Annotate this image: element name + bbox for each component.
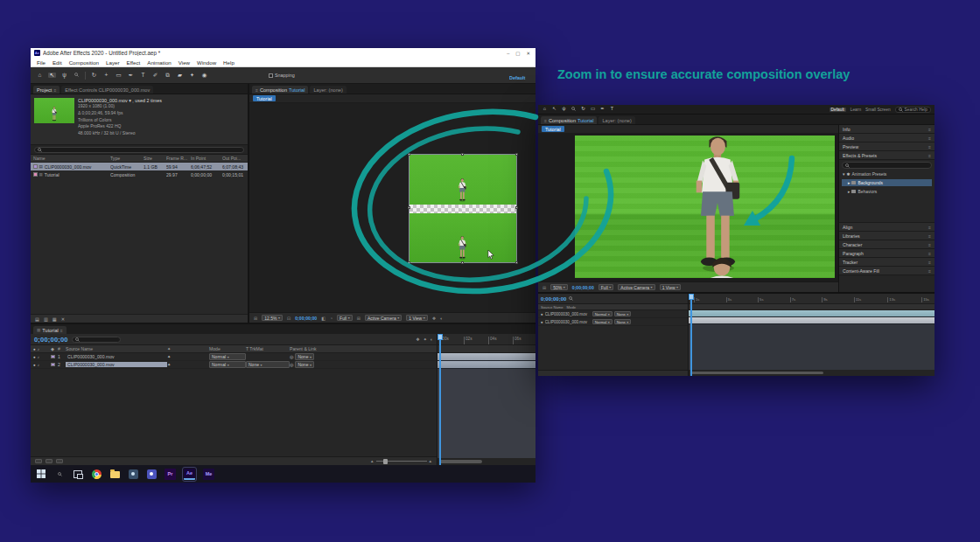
- column-name[interactable]: Name: [33, 156, 110, 161]
- blend-mode-dropdown[interactable]: Normal: [592, 319, 612, 325]
- roto-brush-tool-icon[interactable]: ✦: [188, 73, 196, 79]
- twirl-icon[interactable]: ▸: [848, 180, 850, 185]
- current-time-indicator-handle[interactable]: [689, 294, 694, 300]
- presets-folder-backgrounds[interactable]: ▸ Backgrounds: [842, 179, 932, 186]
- menu-effect[interactable]: Effect: [127, 59, 141, 66]
- panel-paragraph[interactable]: Paragraph ≡: [839, 249, 934, 258]
- zoomed-composition-viewer[interactable]: [538, 134, 838, 281]
- scrollbar-thumb[interactable]: [439, 460, 482, 463]
- panel-menu-icon[interactable]: ≡: [928, 144, 931, 149]
- type-tool-icon[interactable]: T: [139, 73, 147, 79]
- current-time[interactable]: 0;00;00;00: [572, 285, 594, 290]
- zoom-slider-knob[interactable]: [383, 459, 388, 464]
- column-trkmat[interactable]: T TrkMat: [246, 346, 290, 351]
- active-camera-dropdown[interactable]: Active Camera: [618, 284, 654, 291]
- current-time-indicator-handle[interactable]: [438, 334, 443, 340]
- tab-effect-controls[interactable]: Effect Controls CLIP0000030_000.mov: [61, 86, 153, 94]
- close-icon[interactable]: ✕: [526, 51, 530, 56]
- current-time-indicator[interactable]: [439, 334, 441, 465]
- eye-icon[interactable]: ●: [33, 355, 36, 359]
- timeline-layer-2[interactable]: ● ♪ 2 CLIP0000030_000.mov ✦ Normal None …: [31, 361, 437, 369]
- new-folder-icon[interactable]: ▥: [44, 316, 48, 322]
- mask-shape-tool-icon[interactable]: ▭: [115, 73, 122, 79]
- panel-menu-icon[interactable]: ≡: [928, 268, 931, 274]
- panel-align[interactable]: Align ≡: [839, 223, 934, 232]
- selection-handle[interactable]: [515, 153, 518, 156]
- zoom-timeline-track-area[interactable]: 1s 3s 5s 7s 9s 11s 13s 15s: [689, 294, 934, 376]
- timeline-horizontal-scrollbar[interactable]: [438, 458, 536, 465]
- expand-transfer-controls-toggle[interactable]: [46, 459, 52, 463]
- layer-source-name[interactable]: CLIP0000030_000.mov: [545, 312, 591, 316]
- pan-behind-tool-icon[interactable]: +: [102, 73, 110, 79]
- puppet-pin-tool-icon[interactable]: ◉: [200, 73, 208, 79]
- panel-menu-icon[interactable]: ≡: [928, 127, 931, 132]
- magnification-dropdown[interactable]: 50%: [550, 284, 568, 291]
- timeline-tab-tutorial[interactable]: ▦ Tutorial ≡: [33, 326, 66, 334]
- after-effects-taskbar-icon[interactable]: Ae: [184, 469, 195, 480]
- interpret-footage-icon[interactable]: ▤: [35, 316, 39, 322]
- grid-options-icon[interactable]: ⊞: [542, 285, 546, 290]
- workspace-default[interactable]: Default: [830, 108, 846, 112]
- label-color-chip[interactable]: [33, 172, 38, 177]
- zoom-out-mountain-icon[interactable]: ▲: [370, 459, 374, 463]
- twirl-icon[interactable]: ▾: [843, 171, 844, 177]
- project-search-input[interactable]: [34, 147, 244, 153]
- selection-handle[interactable]: [515, 206, 518, 209]
- column-type[interactable]: Type: [110, 156, 144, 161]
- timeline-layer-1[interactable]: ● ♪ 1 CLIP0000030_000.mov ✦ Normal ◎ Non…: [31, 353, 437, 361]
- tab-layer-viewer[interactable]: Layer: (none): [598, 116, 634, 124]
- layer-source-name[interactable]: CLIP0000030_000.mov: [66, 362, 167, 367]
- selection-handle[interactable]: [408, 261, 410, 264]
- audio-icon[interactable]: ♪: [38, 355, 39, 359]
- pen-tool-icon[interactable]: ✒: [599, 107, 606, 112]
- column-mode[interactable]: Mode: [209, 346, 246, 351]
- rotate-tool-icon[interactable]: ↻: [580, 107, 586, 112]
- layer-1-duration-bar[interactable]: [438, 353, 536, 361]
- label-color-chip[interactable]: [33, 164, 38, 169]
- timeline-search-input[interactable]: [72, 337, 121, 343]
- selection-tool-icon[interactable]: ↖: [551, 107, 557, 112]
- eye-icon[interactable]: ●: [541, 320, 543, 324]
- layer-2-duration-bar[interactable]: [689, 317, 934, 324]
- selection-handle[interactable]: [408, 206, 410, 209]
- eraser-tool-icon[interactable]: ▰: [176, 73, 184, 79]
- panel-menu-icon[interactable]: ≡: [928, 260, 931, 265]
- search-icon[interactable]: [569, 296, 573, 301]
- selection-handle[interactable]: [461, 153, 464, 156]
- viewer-tab-tutorial[interactable]: Tutorial: [253, 95, 276, 101]
- premiere-pro-taskbar-icon[interactable]: Pr: [164, 469, 176, 480]
- hand-tool-icon[interactable]: ψ: [60, 73, 68, 79]
- zoom-timeline-layer-1[interactable]: ● CLIP0000030_000.mov Normal None: [538, 310, 688, 318]
- search-help-input[interactable]: Search Help: [895, 107, 931, 113]
- tab-layer-viewer[interactable]: Layer: (none): [310, 86, 346, 94]
- menu-composition[interactable]: Composition: [69, 59, 99, 66]
- parent-dropdown[interactable]: None: [295, 353, 313, 360]
- blend-mode-dropdown[interactable]: Normal: [209, 353, 246, 360]
- panel-content-aware-fill[interactable]: Content-Aware Fill ≡: [839, 267, 934, 275]
- chrome-icon[interactable]: [91, 469, 102, 479]
- twirl-icon[interactable]: ▸: [848, 189, 850, 194]
- zoom-timeline-layer-2[interactable]: ● CLIP0000030_000.mov Normal None: [538, 318, 688, 326]
- channels-icon[interactable]: ◔: [330, 316, 332, 321]
- teams-icon[interactable]: [146, 469, 157, 479]
- layer-source-name[interactable]: CLIP0000030_000.mov: [66, 354, 167, 359]
- selection-handle[interactable]: [461, 261, 464, 264]
- trkmat-dropdown[interactable]: None: [246, 361, 290, 368]
- pickwhip-icon[interactable]: ◎: [290, 362, 293, 367]
- layer-label-chip[interactable]: [51, 363, 55, 367]
- menu-edit[interactable]: Edit: [52, 59, 62, 66]
- parent-dropdown[interactable]: None: [295, 361, 313, 368]
- audio-column-icon[interactable]: ♪: [38, 347, 39, 351]
- clone-stamp-tool-icon[interactable]: ⧉: [164, 73, 172, 79]
- eye-icon[interactable]: ●: [541, 312, 543, 316]
- current-time[interactable]: 0;00;00;00: [295, 316, 317, 321]
- delete-icon[interactable]: ✕: [61, 316, 65, 322]
- minimize-icon[interactable]: –: [507, 51, 509, 56]
- menu-animation[interactable]: Animation: [147, 59, 172, 66]
- task-view-icon[interactable]: [73, 469, 83, 479]
- composition-mini-flowchart-icon[interactable]: ❖: [416, 337, 419, 342]
- zoom-in-mountain-icon[interactable]: ▲: [429, 459, 432, 463]
- panel-menu-icon[interactable]: ≡: [256, 87, 258, 93]
- panel-preview[interactable]: Preview ≡: [839, 142, 934, 151]
- timeline-current-time[interactable]: 0;00;00;00: [541, 296, 566, 302]
